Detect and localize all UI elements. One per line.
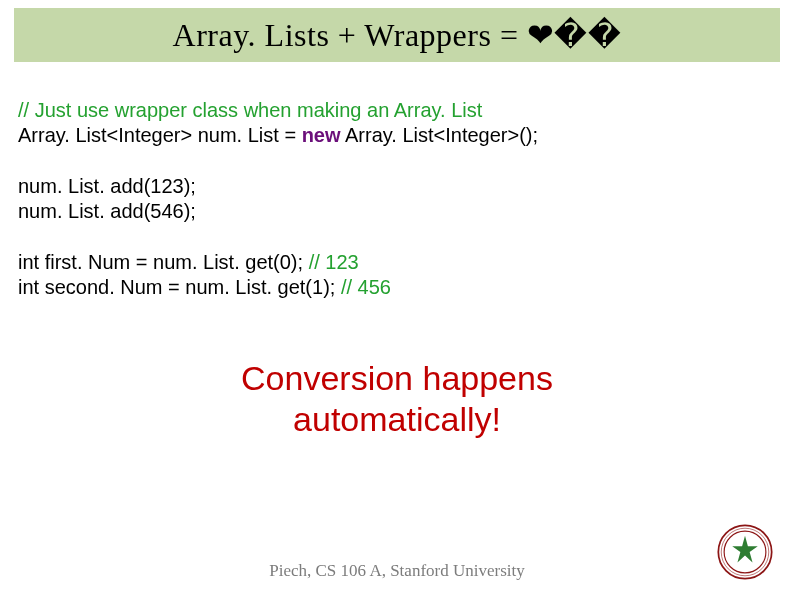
code-keyword: new bbox=[302, 124, 341, 146]
code-line: num. List. add(546); bbox=[18, 199, 776, 224]
slide-title: Array. Lists + Wrappers = ❤�� bbox=[173, 16, 622, 54]
code-line: // Just use wrapper class when making an… bbox=[18, 98, 776, 123]
code-line: int first. Num = num. List. get(0); // 1… bbox=[18, 250, 776, 275]
code-text: int second. Num = num. List. get(1); bbox=[18, 276, 341, 298]
code-line: int second. Num = num. List. get(1); // … bbox=[18, 275, 776, 300]
footer-text: Piech, CS 106 A, Stanford University bbox=[0, 561, 794, 581]
code-text: Array. List<Integer> num. List = bbox=[18, 124, 302, 146]
callout-line-2: automatically! bbox=[0, 399, 794, 440]
code-block-2: num. List. add(123); num. List. add(546)… bbox=[18, 174, 776, 224]
code-text: int first. Num = num. List. get(0); bbox=[18, 251, 309, 273]
code-block-3: int first. Num = num. List. get(0); // 1… bbox=[18, 250, 776, 300]
callout-text: Conversion happens automatically! bbox=[0, 358, 794, 440]
code-comment: // 123 bbox=[309, 251, 359, 273]
code-block-1: // Just use wrapper class when making an… bbox=[18, 98, 776, 148]
code-line: Array. List<Integer> num. List = new Arr… bbox=[18, 123, 776, 148]
code-comment: // 456 bbox=[341, 276, 391, 298]
code-text: Array. List<Integer>(); bbox=[341, 124, 539, 146]
code-area: // Just use wrapper class when making an… bbox=[18, 98, 776, 300]
code-comment: // Just use wrapper class when making an… bbox=[18, 99, 482, 121]
title-bar: Array. Lists + Wrappers = ❤�� bbox=[14, 8, 780, 62]
stanford-seal-icon bbox=[716, 523, 774, 581]
code-line: num. List. add(123); bbox=[18, 174, 776, 199]
callout-line-1: Conversion happens bbox=[0, 358, 794, 399]
